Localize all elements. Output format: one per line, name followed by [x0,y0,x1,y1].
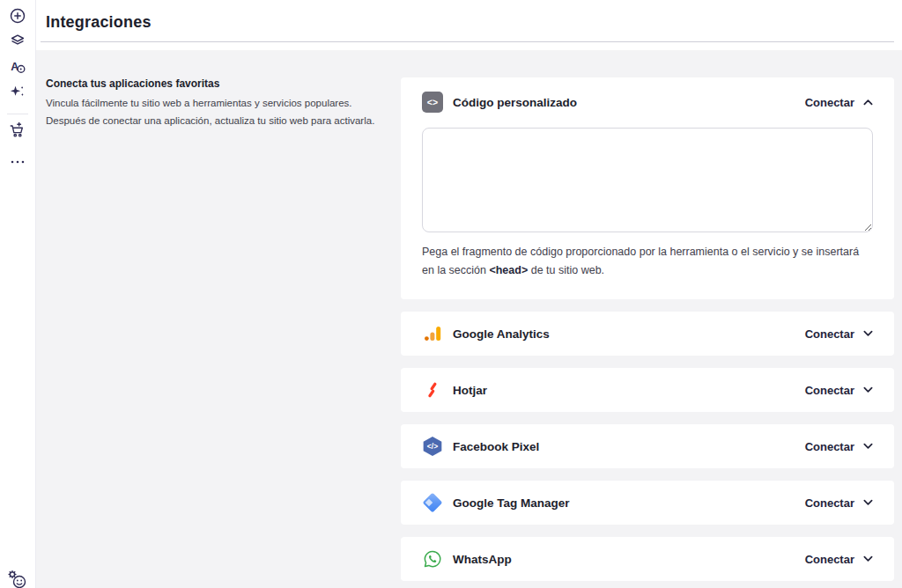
custom-code-icon: <> [422,92,443,113]
facebook-pixel-connect-button[interactable]: Conectar [805,440,873,453]
card-whatsapp[interactable]: WhatsApp Conectar [401,537,894,581]
website-styles-icon[interactable]: A [7,56,28,77]
intro-heading: Conecta tus aplicaciones favoritas [46,77,388,90]
chevron-down-icon [863,330,873,337]
custom-code-textarea[interactable] [422,128,873,232]
ai-assistant-icon[interactable] [7,82,28,103]
svg-text:A: A [11,61,18,73]
integrations-list: <> Código personalizado Conectar Pega el… [401,77,894,588]
integration-title: Facebook Pixel [453,440,539,453]
integration-title: WhatsApp [453,553,512,566]
hotjar-icon [422,379,443,401]
layers-icon[interactable] [7,31,28,52]
intro-column: Conecta tus aplicaciones favoritas Vincu… [46,77,388,588]
more-dots-icon[interactable] [7,151,28,173]
assistant-settings-icon[interactable] [7,569,28,588]
add-element-icon[interactable] [7,5,28,26]
store-cart-icon[interactable] [7,120,28,141]
hotjar-connect-button[interactable]: Conectar [805,384,873,397]
custom-code-help: Pega el fragmento de código proporcionad… [422,243,873,280]
integration-title: Hotjar [453,384,487,397]
chevron-down-icon [863,555,873,562]
google-analytics-icon [422,323,443,344]
chevron-down-icon [863,443,873,450]
chevron-up-icon [863,99,873,106]
integration-title: Google Analytics [453,327,550,341]
main-panel: Integraciones Conecta tus aplicaciones f… [36,0,902,588]
google-tag-manager-icon [422,492,443,513]
intro-body: Vincula fácilmente tu sitio web a herram… [46,94,388,129]
page-header: Integraciones [36,0,902,32]
google-analytics-connect-button[interactable]: Conectar [805,327,873,341]
card-google-analytics[interactable]: Google Analytics Conectar [401,312,894,356]
integrations-content: Conecta tus aplicaciones favoritas Vincu… [36,50,902,588]
custom-code-title: Código personalizado [453,96,577,109]
google-tag-manager-connect-button[interactable]: Conectar [805,496,873,510]
chevron-down-icon [863,386,873,393]
head-tag-code: <head> [489,264,528,276]
card-google-tag-manager[interactable]: Google Tag Manager Conectar [401,481,894,525]
facebook-pixel-icon: </> [422,436,443,457]
custom-code-connect-button[interactable]: Conectar [805,96,873,109]
integration-title: Google Tag Manager [453,496,570,510]
custom-code-header[interactable]: <> Código personalizado Conectar [422,92,873,113]
card-custom-code: <> Código personalizado Conectar Pega el… [401,77,894,299]
whatsapp-icon [422,548,443,570]
card-hotjar[interactable]: Hotjar Conectar [401,368,894,412]
chevron-down-icon [863,499,873,506]
card-facebook-pixel[interactable]: </> Facebook Pixel Conectar [401,424,894,468]
whatsapp-connect-button[interactable]: Conectar [805,553,873,566]
editor-sidebar: A [0,0,36,588]
header-divider [41,41,894,42]
page-title: Integraciones [46,13,893,32]
sidebar-divider [7,114,28,114]
